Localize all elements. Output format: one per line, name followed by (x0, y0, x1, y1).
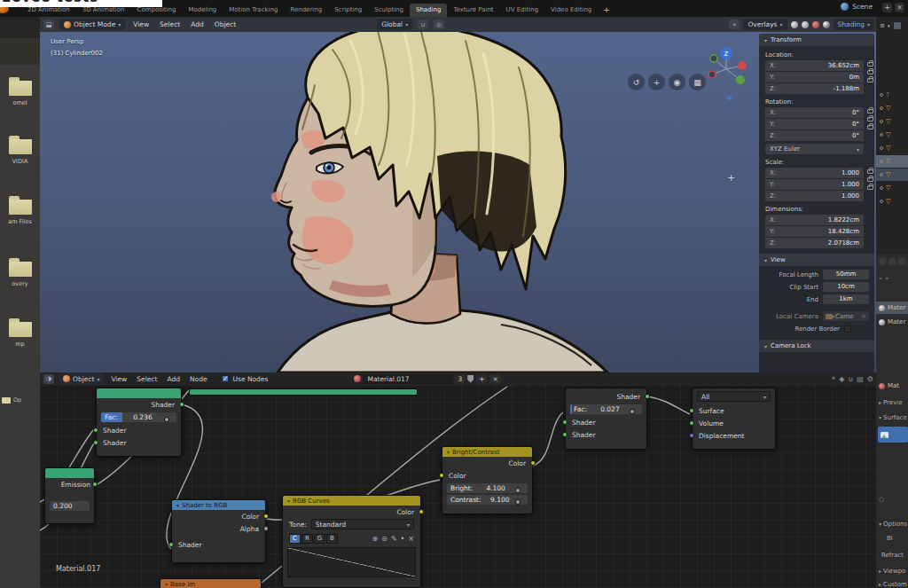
mode-dropdown[interactable]: Object Mode (59, 19, 125, 30)
rotation-x-field[interactable]: X:0° (765, 107, 864, 118)
surface-node-button[interactable] (878, 427, 908, 443)
snap-magnet-icon[interactable]: ∪ (848, 375, 853, 383)
dimensions-y-field[interactable]: Y:18.428cm (765, 226, 864, 237)
folder-item[interactable]: mp (0, 322, 40, 348)
lock-icon[interactable] (867, 125, 873, 129)
rotation-mode-dropdown[interactable]: XYZ Euler (765, 144, 864, 154)
lock-icon[interactable] (867, 70, 873, 74)
tab-modeling[interactable]: Modeling (182, 4, 223, 17)
outliner-row-mesh[interactable]: ▽ (876, 129, 908, 141)
socket-shader-input[interactable] (93, 440, 98, 445)
socket-shader-input[interactable] (562, 432, 568, 437)
curve-widget[interactable] (287, 547, 416, 577)
location-z-field[interactable]: Z:-1.188m (765, 83, 864, 94)
socket-fac-input[interactable] (630, 409, 635, 414)
shader-to-rgb-node-header[interactable]: Shader to RGB (172, 500, 265, 510)
socket-shader-input[interactable] (562, 419, 568, 425)
material-selector[interactable]: Mat (876, 380, 908, 392)
move-view-icon[interactable]: + (648, 74, 665, 90)
shader-type-dropdown[interactable]: Object (59, 373, 104, 385)
bright-field[interactable]: Bright:4.100 (447, 483, 528, 493)
zoom-dot-icon[interactable] (727, 96, 732, 100)
node-mix-shader-1[interactable]: Shader Fac:0.236 Shader Shader (96, 388, 182, 457)
add-workspace-button[interactable]: + (598, 4, 615, 17)
tab-video-editing[interactable]: Video Editing (544, 4, 598, 17)
overlays-dropdown[interactable]: Overlays (743, 19, 787, 30)
tab-motion-tracking[interactable]: Motion Tracking (223, 4, 284, 17)
channel-b-button[interactable]: B (326, 534, 338, 544)
shading-material-icon[interactable] (812, 21, 819, 28)
transform-panel-header[interactable]: Transform (759, 34, 874, 46)
outliner-row-active[interactable]: ▽ (876, 169, 908, 181)
lock-icon[interactable] (867, 117, 873, 122)
fac-slider[interactable]: Fac:0.027 (570, 404, 642, 414)
options-section[interactable]: Options (876, 521, 908, 528)
fac-slider[interactable]: Fac:0.236 (101, 412, 176, 422)
dimensions-z-field[interactable]: Z:2.0718cm (765, 238, 864, 248)
scale-x-field[interactable]: X:1.000 (765, 168, 864, 178)
socket-alpha-output[interactable] (263, 526, 269, 531)
view-panel-header[interactable]: View (759, 254, 874, 266)
menu-node[interactable]: Node (187, 373, 210, 385)
clear-camera-button[interactable]: × (861, 313, 866, 320)
local-camera-field[interactable]: Local Camera Came × (764, 310, 869, 322)
base-image-node-header[interactable]: Base im (160, 579, 261, 588)
menu-view[interactable]: View (130, 19, 152, 30)
delete-scene-button[interactable]: × (895, 3, 904, 12)
pin-icon[interactable]: ⌖ (832, 374, 836, 383)
node-emission[interactable]: Emission 0.200 (44, 467, 95, 524)
contrast-field[interactable]: Contrast:9.100 (447, 495, 528, 505)
outliner-row-mesh[interactable]: ▽ (876, 115, 908, 128)
scale-z-field[interactable]: Z:1.000 (765, 191, 864, 201)
properties-tab-icon[interactable] (879, 258, 886, 265)
socket-color-output[interactable] (419, 509, 424, 514)
outliner-filter[interactable]: ≡▾ (876, 20, 908, 32)
emission-node-header[interactable] (45, 468, 94, 478)
orientation-dropdown[interactable]: Global (377, 19, 412, 30)
shading-dropdown[interactable]: Shading (834, 19, 874, 30)
outliner-row-mesh[interactable]: ▽ (876, 142, 908, 154)
unlink-material-button[interactable]: × (489, 374, 500, 384)
tab-uv-editing[interactable]: UV Editing (500, 4, 545, 17)
snap-magnet-icon[interactable]: ∪ (418, 20, 428, 29)
rotation-y-field[interactable]: Y:0° (765, 119, 864, 129)
new-scene-button[interactable]: + (882, 3, 892, 12)
value-knob[interactable]: ○ (876, 496, 908, 503)
menu-add[interactable]: Add (188, 19, 207, 30)
fake-user-shield-icon[interactable] (467, 375, 474, 383)
clip-end-field[interactable]: End 1km (764, 294, 869, 305)
parent-node-icon[interactable]: ◈ (839, 375, 844, 383)
folder-item[interactable]: am Files (0, 200, 40, 225)
rgb-curves-node-header[interactable]: RGB Curves (283, 496, 420, 506)
zoom-out-icon[interactable]: ⊖ (381, 535, 387, 543)
menu-object[interactable]: Object (212, 19, 239, 30)
channel-c-button[interactable]: C (289, 534, 301, 544)
lock-icon[interactable] (867, 109, 873, 114)
node-material-output[interactable]: All Surface Volume Displacement (692, 388, 776, 450)
outliner-row-mesh[interactable]: ▽ (876, 102, 908, 114)
channel-r-button[interactable]: R (301, 534, 313, 544)
bright-contrast-node-header[interactable]: Bright/Contrast (442, 447, 532, 457)
node-base-image[interactable]: Base im (160, 578, 262, 588)
axis-navigation-gizmo[interactable]: Z (703, 41, 749, 92)
tab-rendering[interactable]: Rendering (284, 4, 328, 17)
tool-icon[interactable]: ⚙ (867, 375, 873, 383)
viewport-display-section[interactable]: Viewpo (876, 568, 908, 575)
viewport-3d[interactable]: User Persp (31) Cylinder002 ↺ + ◉ ▦ Z + (40, 32, 876, 372)
socket-displacement-input[interactable] (689, 433, 694, 438)
location-y-field[interactable]: Y:0m (765, 72, 864, 82)
menu-select[interactable]: Select (134, 373, 160, 385)
render-border-checkbox[interactable] (844, 325, 851, 333)
tab-sculpting[interactable]: Sculpting (368, 4, 410, 17)
node-rgb-curves[interactable]: RGB Curves Color Tone: Standard C R G B … (282, 495, 421, 588)
overlay-toggle-icon[interactable]: ▤ (857, 375, 864, 383)
folder-item[interactable]: VIDIA (0, 139, 40, 165)
socket-color-output[interactable] (530, 460, 536, 466)
folder-item[interactable]: overy (0, 262, 40, 287)
socket-shader-input[interactable] (93, 427, 98, 433)
gizmo-toggle-icon[interactable]: ⌖ (729, 20, 740, 29)
outliner-row-mesh[interactable]: ▽ (876, 182, 908, 194)
socket-bright-input[interactable] (515, 488, 521, 493)
shading-solid-icon[interactable] (802, 21, 809, 28)
node-bright-contrast[interactable]: Bright/Contrast Color Color Bright:4.100… (442, 446, 533, 514)
